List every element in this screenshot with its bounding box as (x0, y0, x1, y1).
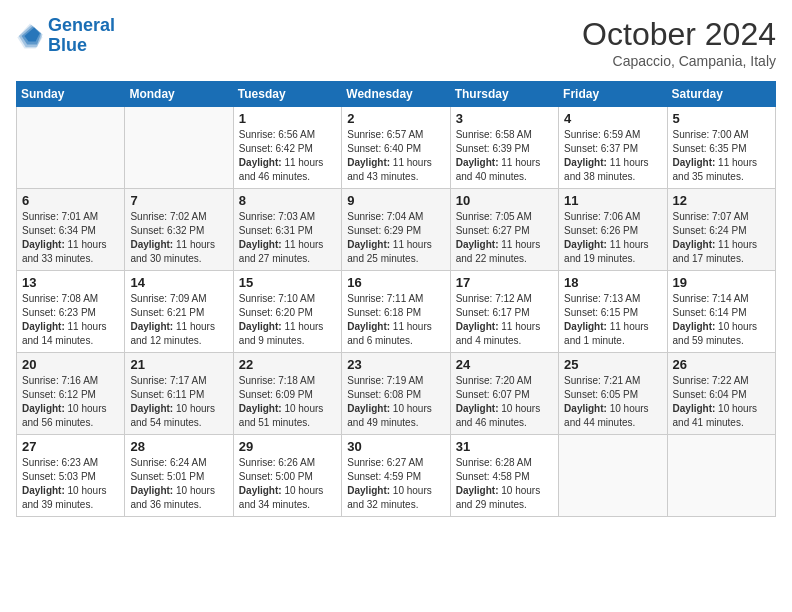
day-number: 19 (673, 275, 770, 290)
col-wednesday: Wednesday (342, 82, 450, 107)
day-info: Sunrise: 6:26 AMSunset: 5:00 PMDaylight:… (239, 456, 336, 512)
calendar-cell: 12Sunrise: 7:07 AMSunset: 6:24 PMDayligh… (667, 189, 775, 271)
day-info: Sunrise: 6:24 AMSunset: 5:01 PMDaylight:… (130, 456, 227, 512)
day-number: 13 (22, 275, 119, 290)
day-number: 5 (673, 111, 770, 126)
day-info: Sunrise: 7:10 AMSunset: 6:20 PMDaylight:… (239, 292, 336, 348)
calendar-cell: 9Sunrise: 7:04 AMSunset: 6:29 PMDaylight… (342, 189, 450, 271)
calendar: Sunday Monday Tuesday Wednesday Thursday… (16, 81, 776, 517)
day-number: 22 (239, 357, 336, 372)
calendar-cell: 8Sunrise: 7:03 AMSunset: 6:31 PMDaylight… (233, 189, 341, 271)
day-number: 31 (456, 439, 553, 454)
calendar-cell: 16Sunrise: 7:11 AMSunset: 6:18 PMDayligh… (342, 271, 450, 353)
day-number: 26 (673, 357, 770, 372)
calendar-week-4: 20Sunrise: 7:16 AMSunset: 6:12 PMDayligh… (17, 353, 776, 435)
logo-text: GeneralBlue (48, 16, 115, 56)
calendar-cell: 6Sunrise: 7:01 AMSunset: 6:34 PMDaylight… (17, 189, 125, 271)
col-sunday: Sunday (17, 82, 125, 107)
calendar-cell: 1Sunrise: 6:56 AMSunset: 6:42 PMDaylight… (233, 107, 341, 189)
day-info: Sunrise: 7:08 AMSunset: 6:23 PMDaylight:… (22, 292, 119, 348)
day-number: 2 (347, 111, 444, 126)
day-number: 3 (456, 111, 553, 126)
calendar-cell: 13Sunrise: 7:08 AMSunset: 6:23 PMDayligh… (17, 271, 125, 353)
page-header: GeneralBlue October 2024 Capaccio, Campa… (16, 16, 776, 69)
day-info: Sunrise: 6:59 AMSunset: 6:37 PMDaylight:… (564, 128, 661, 184)
day-number: 12 (673, 193, 770, 208)
calendar-cell: 27Sunrise: 6:23 AMSunset: 5:03 PMDayligh… (17, 435, 125, 517)
day-info: Sunrise: 7:16 AMSunset: 6:12 PMDaylight:… (22, 374, 119, 430)
calendar-cell: 24Sunrise: 7:20 AMSunset: 6:07 PMDayligh… (450, 353, 558, 435)
month-title: October 2024 (582, 16, 776, 53)
day-number: 30 (347, 439, 444, 454)
day-info: Sunrise: 7:22 AMSunset: 6:04 PMDaylight:… (673, 374, 770, 430)
day-number: 8 (239, 193, 336, 208)
day-info: Sunrise: 7:03 AMSunset: 6:31 PMDaylight:… (239, 210, 336, 266)
calendar-cell: 15Sunrise: 7:10 AMSunset: 6:20 PMDayligh… (233, 271, 341, 353)
calendar-week-2: 6Sunrise: 7:01 AMSunset: 6:34 PMDaylight… (17, 189, 776, 271)
calendar-week-1: 1Sunrise: 6:56 AMSunset: 6:42 PMDaylight… (17, 107, 776, 189)
calendar-cell: 29Sunrise: 6:26 AMSunset: 5:00 PMDayligh… (233, 435, 341, 517)
day-number: 23 (347, 357, 444, 372)
calendar-cell (17, 107, 125, 189)
logo-text-block: GeneralBlue (48, 16, 115, 56)
col-monday: Monday (125, 82, 233, 107)
day-number: 29 (239, 439, 336, 454)
day-number: 4 (564, 111, 661, 126)
day-info: Sunrise: 6:58 AMSunset: 6:39 PMDaylight:… (456, 128, 553, 184)
day-number: 20 (22, 357, 119, 372)
day-info: Sunrise: 7:20 AMSunset: 6:07 PMDaylight:… (456, 374, 553, 430)
calendar-week-5: 27Sunrise: 6:23 AMSunset: 5:03 PMDayligh… (17, 435, 776, 517)
calendar-week-3: 13Sunrise: 7:08 AMSunset: 6:23 PMDayligh… (17, 271, 776, 353)
calendar-cell: 17Sunrise: 7:12 AMSunset: 6:17 PMDayligh… (450, 271, 558, 353)
logo: GeneralBlue (16, 16, 115, 56)
day-info: Sunrise: 7:01 AMSunset: 6:34 PMDaylight:… (22, 210, 119, 266)
day-info: Sunrise: 7:14 AMSunset: 6:14 PMDaylight:… (673, 292, 770, 348)
calendar-cell: 18Sunrise: 7:13 AMSunset: 6:15 PMDayligh… (559, 271, 667, 353)
calendar-cell: 21Sunrise: 7:17 AMSunset: 6:11 PMDayligh… (125, 353, 233, 435)
day-info: Sunrise: 6:23 AMSunset: 5:03 PMDaylight:… (22, 456, 119, 512)
calendar-cell: 10Sunrise: 7:05 AMSunset: 6:27 PMDayligh… (450, 189, 558, 271)
day-info: Sunrise: 7:21 AMSunset: 6:05 PMDaylight:… (564, 374, 661, 430)
day-number: 17 (456, 275, 553, 290)
calendar-cell: 4Sunrise: 6:59 AMSunset: 6:37 PMDaylight… (559, 107, 667, 189)
day-number: 11 (564, 193, 661, 208)
day-number: 14 (130, 275, 227, 290)
location: Capaccio, Campania, Italy (582, 53, 776, 69)
day-number: 10 (456, 193, 553, 208)
calendar-header: Sunday Monday Tuesday Wednesday Thursday… (17, 82, 776, 107)
calendar-cell: 5Sunrise: 7:00 AMSunset: 6:35 PMDaylight… (667, 107, 775, 189)
day-number: 7 (130, 193, 227, 208)
calendar-cell: 30Sunrise: 6:27 AMSunset: 4:59 PMDayligh… (342, 435, 450, 517)
day-info: Sunrise: 7:17 AMSunset: 6:11 PMDaylight:… (130, 374, 227, 430)
calendar-cell: 22Sunrise: 7:18 AMSunset: 6:09 PMDayligh… (233, 353, 341, 435)
calendar-cell: 26Sunrise: 7:22 AMSunset: 6:04 PMDayligh… (667, 353, 775, 435)
calendar-cell: 31Sunrise: 6:28 AMSunset: 4:58 PMDayligh… (450, 435, 558, 517)
day-info: Sunrise: 7:06 AMSunset: 6:26 PMDaylight:… (564, 210, 661, 266)
calendar-cell (559, 435, 667, 517)
calendar-cell: 3Sunrise: 6:58 AMSunset: 6:39 PMDaylight… (450, 107, 558, 189)
day-number: 9 (347, 193, 444, 208)
calendar-cell: 20Sunrise: 7:16 AMSunset: 6:12 PMDayligh… (17, 353, 125, 435)
day-number: 21 (130, 357, 227, 372)
day-number: 1 (239, 111, 336, 126)
day-info: Sunrise: 7:13 AMSunset: 6:15 PMDaylight:… (564, 292, 661, 348)
day-number: 16 (347, 275, 444, 290)
day-number: 28 (130, 439, 227, 454)
day-number: 18 (564, 275, 661, 290)
day-info: Sunrise: 7:02 AMSunset: 6:32 PMDaylight:… (130, 210, 227, 266)
day-number: 6 (22, 193, 119, 208)
header-row: Sunday Monday Tuesday Wednesday Thursday… (17, 82, 776, 107)
day-info: Sunrise: 6:28 AMSunset: 4:58 PMDaylight:… (456, 456, 553, 512)
day-number: 25 (564, 357, 661, 372)
day-info: Sunrise: 7:19 AMSunset: 6:08 PMDaylight:… (347, 374, 444, 430)
day-number: 24 (456, 357, 553, 372)
calendar-cell: 2Sunrise: 6:57 AMSunset: 6:40 PMDaylight… (342, 107, 450, 189)
logo-icon (16, 22, 44, 50)
col-tuesday: Tuesday (233, 82, 341, 107)
calendar-cell (125, 107, 233, 189)
calendar-cell (667, 435, 775, 517)
day-info: Sunrise: 7:00 AMSunset: 6:35 PMDaylight:… (673, 128, 770, 184)
day-info: Sunrise: 7:18 AMSunset: 6:09 PMDaylight:… (239, 374, 336, 430)
title-block: October 2024 Capaccio, Campania, Italy (582, 16, 776, 69)
day-info: Sunrise: 7:07 AMSunset: 6:24 PMDaylight:… (673, 210, 770, 266)
